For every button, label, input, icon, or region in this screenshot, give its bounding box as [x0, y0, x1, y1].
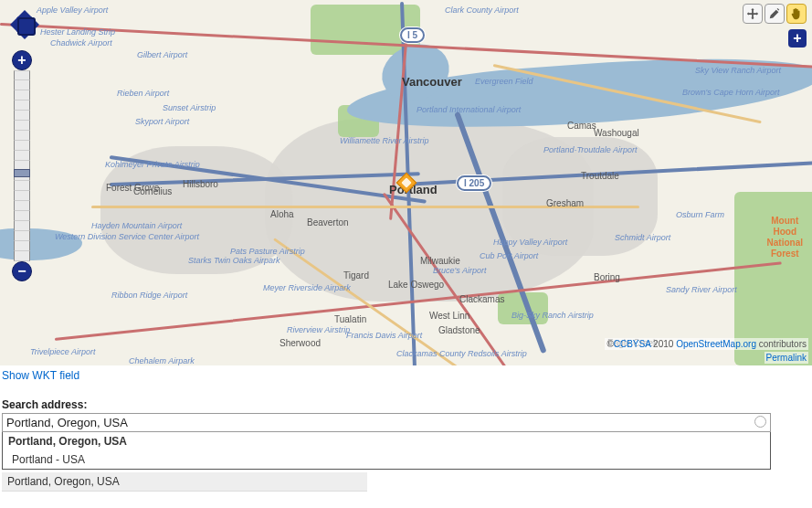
park-label: Mount Hood National Forest	[767, 216, 803, 259]
search-input[interactable]	[2, 413, 771, 432]
city-label: Boring	[594, 272, 620, 282]
zoom-out-button[interactable]: −	[12, 261, 32, 281]
zoom-level-tick[interactable]	[14, 111, 30, 121]
table-row[interactable]: Portland, Oregon, USA	[2, 472, 367, 492]
zoom-control: + −	[12, 50, 32, 281]
loading-spinner-icon	[754, 416, 766, 428]
airport-label: Apple Valley Airport	[37, 5, 108, 15]
airport-label: Happy Valley Airport	[493, 238, 567, 247]
highway-shield: I 205	[457, 175, 491, 191]
pan-center-button[interactable]	[17, 17, 36, 36]
airport-label: Williamette River Airstrip	[340, 136, 429, 145]
pencil-icon	[768, 7, 781, 20]
zoom-in-button[interactable]: +	[12, 50, 32, 70]
result-cell: Portland, Oregon, USA	[2, 472, 367, 492]
airport-label: Gilbert Airport	[137, 50, 187, 59]
highway-shield: I 5	[400, 27, 425, 43]
attribution-prefix: ©	[606, 339, 613, 349]
zoom-level-tick[interactable]	[14, 221, 30, 231]
zoom-level-tick[interactable]	[14, 241, 30, 251]
attribution-suffix: contributors	[759, 339, 807, 349]
airport-label: Bruce's Airport	[433, 266, 486, 275]
zoom-level-tick[interactable]	[14, 70, 30, 80]
zoom-level-tick[interactable]	[14, 201, 30, 211]
airport-label: Sky View Ranch Airport	[695, 66, 781, 75]
airport-label: Trivelpiece Airport	[30, 347, 96, 356]
airport-label: Sunset Airstrip	[163, 103, 216, 112]
zoom-slider-handle[interactable]	[14, 169, 30, 177]
zoom-level-tick[interactable]	[14, 191, 30, 201]
move-tool-button[interactable]	[743, 4, 763, 24]
airport-label: Cub Port Airport	[480, 251, 538, 260]
permalink-link[interactable]: Permalink	[765, 352, 808, 364]
city-label: Sherwood	[279, 338, 321, 348]
hand-tool-button[interactable]	[786, 4, 807, 24]
search-label: Search address:	[2, 398, 812, 411]
city-label: West Linn	[429, 311, 469, 321]
airport-label: Sandy River Airport	[666, 285, 737, 294]
city-label-major: Vancouver	[402, 75, 462, 89]
zoom-level-tick[interactable]	[14, 131, 30, 141]
autocomplete-item[interactable]: Portland - USA	[3, 450, 770, 469]
city-label: Tigard	[343, 270, 369, 280]
map-attribution: ©CCBYSA 2010 OpenStreetMap.org contribut…	[605, 338, 808, 350]
city-label: Camas	[567, 121, 596, 131]
zoom-level-tick[interactable]	[14, 90, 30, 101]
airport-label: Ribbon Ridge Airport	[111, 291, 187, 300]
city-label: Washougal	[594, 128, 639, 138]
city-label: Tualatin	[334, 314, 366, 324]
airport-label: Brown's Cape Horn Airport	[682, 88, 779, 97]
airport-label: Pats Pasture Airstrip	[230, 247, 305, 256]
zoom-level-tick[interactable]	[14, 251, 30, 261]
attribution-year: 2010	[653, 339, 673, 349]
city-label: Milwaukie	[420, 256, 460, 266]
map-viewport[interactable]: I 5 I 205 Vancouver Portland Forest Grov…	[0, 0, 812, 365]
hand-icon	[790, 7, 803, 20]
city-label: Lake Oswego	[388, 280, 444, 290]
map-tool-row	[743, 4, 807, 24]
zoom-level-tick[interactable]	[14, 211, 30, 221]
city-label: Beaverton	[307, 217, 349, 228]
autocomplete-item[interactable]: Portland, Oregon, USA	[3, 432, 770, 450]
zoom-level-tick[interactable]	[14, 141, 30, 151]
airport-label: Schmidt Airport	[615, 233, 670, 242]
airport-label: Riverview Airstrip	[287, 325, 350, 334]
city-label: Hillsboro	[183, 179, 218, 189]
airport-label: Hester Landing Strip	[40, 27, 115, 37]
city-label: Clackamas	[459, 294, 504, 304]
zoom-level-tick[interactable]	[14, 101, 30, 111]
zoom-level-tick[interactable]	[14, 151, 30, 161]
zoom-track[interactable]	[14, 70, 30, 261]
airport-label: Portland-Troutdale Airport	[543, 145, 638, 154]
airport-label: Francis Davis Airport	[346, 331, 422, 340]
city-label: Aloha	[270, 209, 294, 219]
airport-label: Rieben Airport	[117, 89, 169, 98]
zoom-level-tick[interactable]	[14, 231, 30, 241]
city-label: Troutdale	[581, 171, 619, 181]
move-icon	[746, 7, 759, 20]
airport-label: Clackamas County Redsoils Airstrip	[396, 349, 527, 358]
airport-label: Evergreen Field	[475, 77, 533, 86]
airport-label: Portland International Airport	[417, 105, 521, 114]
airport-label: Chehalem Airpark	[129, 356, 195, 365]
zoom-level-tick[interactable]	[14, 80, 30, 90]
pan-west-button[interactable]	[2, 16, 18, 33]
airport-label: Chadwick Airport	[50, 38, 112, 48]
pencil-tool-button[interactable]	[765, 4, 785, 24]
airport-label: Meyer Riverside Airpark	[263, 283, 351, 292]
pan-control	[4, 4, 46, 46]
airport-label: Western Division Service Center Airport	[55, 232, 199, 241]
city-label: Gresham	[546, 198, 584, 208]
osm-link[interactable]: OpenStreetMap.org	[676, 339, 756, 349]
toggle-wkt-link[interactable]: Show WKT field	[2, 369, 79, 382]
zoom-level-tick[interactable]	[14, 181, 30, 191]
city-label: Cornelius	[133, 186, 172, 196]
autocomplete-dropdown: Portland, Oregon, USA Portland - USA	[2, 432, 771, 470]
search-results-table: Portland, Oregon, USA	[2, 472, 367, 492]
layer-switcher-button[interactable]: +	[788, 29, 807, 48]
ccbysa-link[interactable]: CCBYSA	[614, 339, 651, 349]
airport-label: Osburn Farm	[676, 210, 724, 219]
city-label: Gladstone	[438, 325, 480, 335]
airport-label: Clark County Airport	[445, 5, 519, 15]
zoom-level-tick[interactable]	[14, 121, 30, 131]
